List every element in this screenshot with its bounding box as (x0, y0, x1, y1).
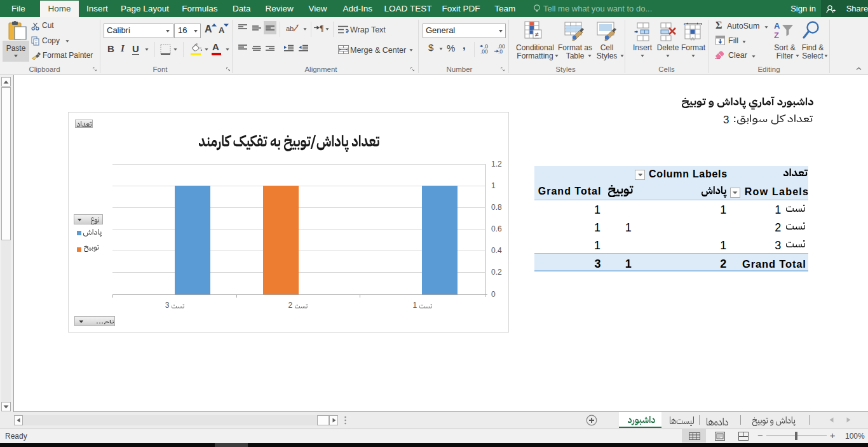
svg-text:A: A (774, 21, 780, 31)
svg-text:.00: .00 (480, 48, 488, 54)
svg-text:¶: ¶ (320, 24, 323, 32)
svg-text:≠: ≠ (535, 31, 539, 38)
svg-text:ab: ab (286, 25, 294, 32)
svg-text:Z: Z (774, 31, 779, 39)
